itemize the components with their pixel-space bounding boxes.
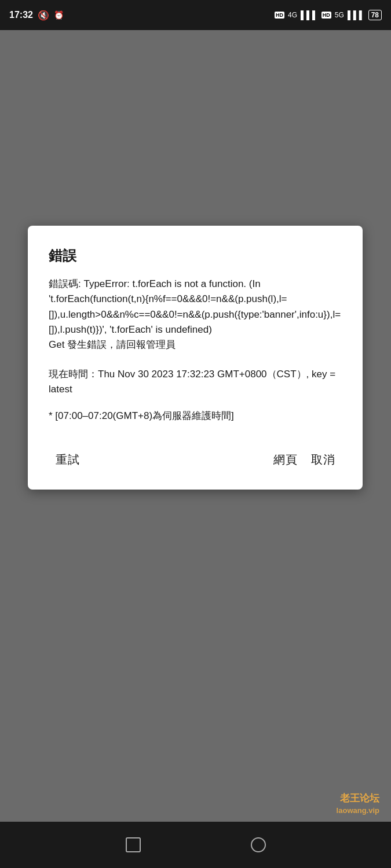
- watermark-line1: 老王论坛: [337, 792, 379, 806]
- watermark: 老王论坛 laowang.vip: [337, 792, 379, 816]
- webpage-button[interactable]: 網頁: [266, 447, 304, 472]
- back-icon: [126, 837, 141, 852]
- home-button[interactable]: [248, 834, 269, 855]
- bottom-nav: [0, 822, 391, 868]
- dialog-notice: * [07:00–07:20(GMT+8)為伺服器維護時間]: [49, 409, 342, 424]
- alarm-icon: ⏰: [54, 10, 64, 20]
- dialog-title: 錯誤: [49, 247, 342, 265]
- status-bar-right: HD 4G ▌▌▌ HD 5G ▌▌▌ 78: [275, 10, 382, 20]
- home-icon: [251, 837, 266, 852]
- signal-bars-left: ▌▌▌: [301, 10, 318, 20]
- dialog-time: 現在時間：Thu Nov 30 2023 17:32:23 GMT+0800（C…: [49, 367, 342, 398]
- battery-level: 78: [371, 11, 379, 19]
- battery-indicator: 78: [368, 10, 382, 20]
- error-dialog: 錯誤 錯誤碼: TypeError: t.forEach is not a fu…: [28, 226, 363, 490]
- signal-bars-right: ▌▌▌: [348, 10, 365, 20]
- cancel-button[interactable]: 取消: [304, 447, 342, 472]
- mute-icon: 🔇: [38, 10, 49, 21]
- signal-5g: 5G: [335, 11, 344, 19]
- status-time: 17:32: [9, 10, 33, 20]
- back-button[interactable]: [123, 834, 144, 855]
- dialog-body: 錯誤碼: TypeError: t.forEach is not a funct…: [49, 277, 342, 353]
- dialog-buttons: 重試 網頁 取消: [49, 442, 342, 472]
- watermark-line2: laowang.vip: [337, 806, 379, 816]
- signal-hd-right: HD: [321, 12, 331, 19]
- retry-button[interactable]: 重試: [49, 447, 86, 472]
- status-bar-left: 17:32 🔇 ⏰: [9, 10, 64, 21]
- status-bar: 17:32 🔇 ⏰ HD 4G ▌▌▌ HD 5G ▌▌▌ 78: [0, 0, 391, 30]
- signal-4g: 4G: [288, 11, 297, 19]
- error-message: 錯誤碼: TypeError: t.forEach is not a funct…: [49, 278, 341, 350]
- signal-hd-left: HD: [275, 12, 284, 19]
